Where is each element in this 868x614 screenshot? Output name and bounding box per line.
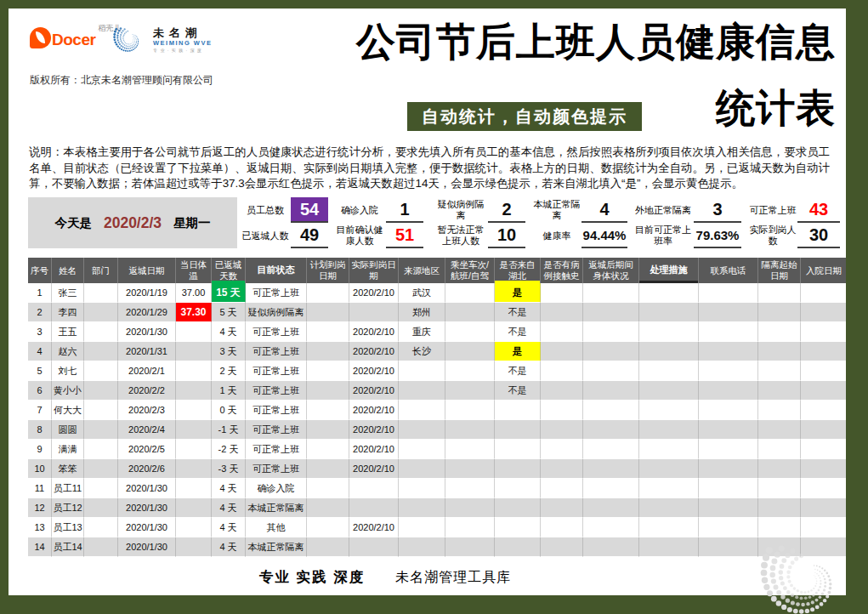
cell-action[interactable]	[639, 479, 699, 498]
cell-days[interactable]: 3 天	[212, 342, 246, 361]
cell-status[interactable]: 可正常上班	[246, 322, 307, 342]
cell-origin[interactable]: 长沙	[399, 342, 445, 361]
cell-action[interactable]	[639, 361, 699, 381]
cell-dept[interactable]	[84, 381, 118, 401]
cell-health_status[interactable]	[583, 479, 639, 498]
cell-health_status[interactable]	[583, 440, 639, 459]
cell-action[interactable]	[639, 283, 699, 303]
cell-no[interactable]: 14	[28, 537, 52, 557]
cell-temp[interactable]	[176, 518, 212, 537]
cell-from_hubei[interactable]	[495, 537, 541, 557]
cell-days[interactable]: 4 天	[212, 518, 246, 537]
cell-action[interactable]	[639, 342, 699, 361]
cell-phone[interactable]	[699, 440, 758, 459]
cell-no[interactable]: 11	[28, 479, 52, 498]
cell-planned_date[interactable]	[307, 440, 349, 459]
column-header-origin[interactable]: 来源地区	[399, 258, 445, 283]
cell-planned_date[interactable]	[307, 361, 349, 381]
cell-contact_history[interactable]	[541, 518, 583, 537]
cell-quarantine_start[interactable]	[758, 283, 801, 303]
cell-actual_date[interactable]	[349, 303, 399, 322]
cell-origin[interactable]: 重庆	[399, 322, 445, 342]
cell-phone[interactable]	[699, 479, 758, 498]
column-header-actual_date[interactable]: 实际到岗日期	[349, 258, 399, 283]
cell-origin[interactable]	[399, 498, 445, 518]
cell-temp[interactable]: 37.00	[176, 283, 212, 303]
cell-from_hubei[interactable]	[495, 420, 541, 440]
cell-actual_date[interactable]: 2020/2/10	[349, 283, 399, 303]
cell-days[interactable]: 4 天	[212, 537, 246, 557]
cell-health_status[interactable]	[583, 381, 639, 401]
cell-name[interactable]: 赵六	[52, 342, 84, 361]
cell-action[interactable]	[639, 381, 699, 401]
cell-dept[interactable]	[84, 459, 118, 479]
cell-action[interactable]	[639, 303, 699, 322]
cell-from_hubei[interactable]	[495, 518, 541, 537]
cell-status[interactable]: 可正常上班	[246, 361, 307, 381]
cell-no[interactable]: 6	[28, 381, 52, 401]
cell-hospital_date[interactable]	[801, 498, 846, 518]
cell-quarantine_start[interactable]	[758, 459, 801, 479]
cell-dept[interactable]	[84, 479, 118, 498]
cell-quarantine_start[interactable]	[758, 440, 801, 459]
cell-dept[interactable]	[84, 537, 118, 557]
cell-transport[interactable]	[445, 479, 495, 498]
cell-return_date[interactable]: 2020/1/30	[118, 498, 176, 518]
column-header-transport[interactable]: 乘坐车次/航班/自驾	[445, 258, 495, 283]
cell-planned_date[interactable]	[307, 498, 349, 518]
cell-phone[interactable]	[699, 381, 758, 401]
cell-contact_history[interactable]	[541, 479, 583, 498]
cell-no[interactable]: 3	[28, 322, 52, 342]
cell-quarantine_start[interactable]	[758, 361, 801, 381]
cell-return_date[interactable]: 2020/2/3	[118, 401, 176, 420]
cell-temp[interactable]	[176, 420, 212, 440]
cell-no[interactable]: 1	[28, 283, 52, 303]
cell-days[interactable]: 4 天	[212, 479, 246, 498]
cell-transport[interactable]	[445, 342, 495, 361]
cell-planned_date[interactable]	[307, 401, 349, 420]
cell-dept[interactable]	[84, 420, 118, 440]
cell-actual_date[interactable]: 2020/2/10	[349, 322, 399, 342]
cell-name[interactable]: 员工14	[52, 537, 84, 557]
cell-hospital_date[interactable]	[801, 342, 846, 361]
cell-planned_date[interactable]	[307, 518, 349, 537]
cell-health_status[interactable]	[583, 322, 639, 342]
cell-transport[interactable]	[445, 518, 495, 537]
cell-no[interactable]: 9	[28, 440, 52, 459]
cell-from_hubei[interactable]	[495, 440, 541, 459]
cell-transport[interactable]	[445, 459, 495, 479]
cell-from_hubei[interactable]	[495, 401, 541, 420]
cell-phone[interactable]	[699, 303, 758, 322]
cell-health_status[interactable]	[583, 537, 639, 557]
cell-return_date[interactable]: 2020/1/29	[118, 303, 176, 322]
column-header-days[interactable]: 已返城天数	[212, 258, 246, 283]
cell-no[interactable]: 2	[28, 303, 52, 322]
cell-from_hubei[interactable]: 不是	[495, 303, 541, 322]
cell-transport[interactable]	[445, 322, 495, 342]
cell-transport[interactable]	[445, 303, 495, 322]
cell-from_hubei[interactable]: 不是	[495, 361, 541, 381]
cell-actual_date[interactable]	[349, 537, 399, 557]
cell-health_status[interactable]	[583, 459, 639, 479]
cell-dept[interactable]	[84, 361, 118, 381]
cell-days[interactable]: 4 天	[212, 498, 246, 518]
cell-return_date[interactable]: 2020/2/4	[118, 420, 176, 440]
column-header-hospital_date[interactable]: 入院日期	[801, 258, 846, 283]
cell-dept[interactable]	[84, 303, 118, 322]
cell-return_date[interactable]: 2020/2/1	[118, 361, 176, 381]
cell-quarantine_start[interactable]	[758, 342, 801, 361]
cell-no[interactable]: 5	[28, 361, 52, 381]
cell-no[interactable]: 8	[28, 420, 52, 440]
cell-dept[interactable]	[84, 283, 118, 303]
cell-planned_date[interactable]	[307, 322, 349, 342]
cell-days[interactable]: -3 天	[212, 459, 246, 479]
cell-contact_history[interactable]	[541, 342, 583, 361]
cell-action[interactable]	[639, 401, 699, 420]
column-header-action[interactable]: 处理措施	[639, 258, 699, 283]
cell-temp[interactable]: 37.30	[176, 303, 212, 322]
cell-health_status[interactable]	[583, 498, 639, 518]
cell-transport[interactable]	[445, 361, 495, 381]
cell-planned_date[interactable]	[307, 381, 349, 401]
cell-contact_history[interactable]	[541, 283, 583, 303]
cell-return_date[interactable]: 2020/2/6	[118, 459, 176, 479]
